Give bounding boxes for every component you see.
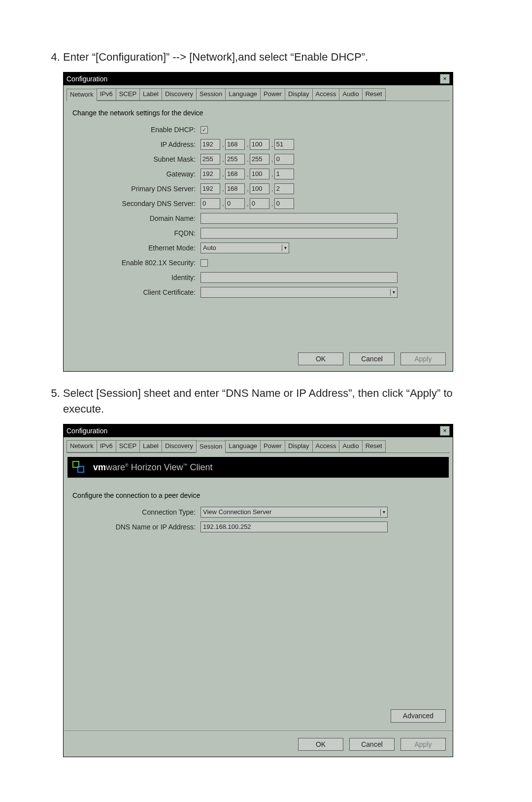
ip-octet-3[interactable]: 100 — [250, 139, 269, 150]
advanced-button[interactable]: Advanced — [391, 709, 446, 722]
tab-display[interactable]: Display — [285, 440, 313, 453]
vmware-banner: vmware® Horizon View™ Client — [67, 457, 449, 478]
tab-language[interactable]: Language — [225, 88, 261, 101]
apply-button[interactable]: Apply — [400, 738, 446, 751]
window-title: Configuration — [66, 424, 107, 437]
label-fqdn: FQDN: — [72, 228, 196, 238]
step-5: Select [Session] sheet and enter “DNS Na… — [63, 385, 483, 757]
subnet-octet-3[interactable]: 255 — [250, 154, 269, 165]
tab-power[interactable]: Power — [260, 88, 285, 101]
ip-octet-1[interactable]: 192 — [200, 139, 220, 150]
tab-audio[interactable]: Audio — [339, 440, 362, 453]
label-subnet: Subnet Mask: — [72, 154, 196, 164]
tab-label[interactable]: Label — [139, 440, 162, 453]
tabs-row: Network IPv6 SCEP Label Discovery Sessio… — [66, 88, 450, 101]
tab-power[interactable]: Power — [260, 440, 285, 453]
tab-discovery[interactable]: Discovery — [162, 88, 197, 101]
label-ip-address: IP Address: — [72, 139, 196, 149]
gw-octet-1[interactable]: 192 — [200, 169, 220, 180]
tab-discovery[interactable]: Discovery — [162, 440, 197, 453]
sdns-octet-4[interactable]: 0 — [274, 198, 294, 209]
label-ethernet-mode: Ethernet Mode: — [72, 243, 196, 253]
tab-ipv6[interactable]: IPv6 — [97, 88, 116, 101]
step-4-text: Enter “[Configuration]” --> [Network],an… — [63, 51, 368, 63]
tab-reset[interactable]: Reset — [362, 88, 386, 101]
chevron-down-icon: ▾ — [390, 289, 395, 296]
tab-scep[interactable]: SCEP — [116, 440, 140, 453]
input-fqdn[interactable] — [200, 228, 398, 239]
ok-button[interactable]: OK — [298, 352, 343, 365]
select-client-cert[interactable]: ▾ — [200, 287, 398, 298]
ip-octet-2[interactable]: 168 — [225, 139, 245, 150]
tab-language[interactable]: Language — [225, 440, 261, 453]
apply-button[interactable]: Apply — [400, 352, 446, 365]
tab-session[interactable]: Session — [196, 88, 226, 101]
tab-network[interactable]: Network — [66, 89, 97, 101]
input-identity[interactable] — [200, 272, 398, 283]
select-ethernet-mode[interactable]: Auto ▾ — [200, 243, 289, 253]
tab-label[interactable]: Label — [139, 88, 162, 101]
tab-network[interactable]: Network — [66, 440, 97, 453]
select-connection-type[interactable]: View Connection Server ▾ — [200, 507, 388, 518]
pdns-octet-4[interactable]: 2 — [274, 183, 294, 195]
config-window-session: Configuration × Network IPv6 SCEP Label … — [63, 424, 453, 757]
label-enable-dhcp: Enable DHCP: — [72, 125, 196, 135]
config-window-network: Configuration × Network IPv6 SCEP Label … — [63, 72, 453, 372]
tab-scep[interactable]: SCEP — [116, 88, 140, 101]
select-ethernet-value: Auto — [203, 244, 216, 253]
label-primary-dns: Primary DNS Server: — [72, 184, 196, 194]
input-domain-name[interactable] — [200, 213, 398, 224]
step-5-text: Select [Session] sheet and enter “DNS Na… — [63, 387, 453, 415]
pdns-octet-3[interactable]: 100 — [250, 183, 269, 195]
tab-ipv6[interactable]: IPv6 — [97, 440, 116, 453]
ok-button[interactable]: OK — [298, 738, 343, 751]
chevron-down-icon: ▾ — [380, 509, 385, 516]
pdns-octet-2[interactable]: 168 — [225, 183, 245, 195]
section-label: Change the network settings for the devi… — [72, 108, 444, 118]
select-connection-value: View Connection Server — [203, 508, 271, 517]
tab-audio[interactable]: Audio — [339, 88, 362, 101]
cancel-button[interactable]: Cancel — [349, 352, 395, 365]
input-dns-name[interactable]: 192.168.100.252 — [200, 522, 388, 532]
close-icon[interactable]: × — [440, 426, 450, 436]
sdns-octet-2[interactable]: 0 — [225, 198, 245, 209]
label-connection-type: Connection Type: — [72, 507, 196, 517]
label-gateway: Gateway: — [72, 169, 196, 179]
pdns-octet-1[interactable]: 192 — [200, 183, 220, 195]
subnet-octet-1[interactable]: 255 — [200, 154, 220, 165]
label-domain-name: Domain Name: — [72, 213, 196, 223]
subnet-octet-4[interactable]: 0 — [274, 154, 294, 165]
checkbox-8021x[interactable] — [200, 259, 208, 267]
tab-reset[interactable]: Reset — [362, 440, 386, 453]
checkbox-enable-dhcp[interactable]: ✓ — [200, 126, 208, 134]
label-8021x: Enable 802.1X Security: — [72, 258, 196, 268]
chevron-down-icon: ▾ — [282, 244, 287, 252]
step-4: Enter “[Configuration]” --> [Network],an… — [63, 49, 483, 372]
section-label: Configure the connection to a peer devic… — [72, 490, 444, 500]
ip-octet-4[interactable]: 51 — [274, 139, 294, 150]
titlebar: Configuration × — [64, 424, 453, 437]
gw-octet-3[interactable]: 100 — [250, 169, 269, 180]
gw-octet-4[interactable]: 1 — [274, 169, 294, 180]
tab-display[interactable]: Display — [285, 88, 313, 101]
label-secondary-dns: Secondary DNS Server: — [72, 199, 196, 209]
sdns-octet-1[interactable]: 0 — [200, 198, 220, 209]
gw-octet-2[interactable]: 168 — [225, 169, 245, 180]
vmware-text: vmware® Horizon View™ Client — [93, 461, 212, 474]
sdns-octet-3[interactable]: 0 — [250, 198, 269, 209]
titlebar: Configuration × — [64, 72, 453, 85]
tab-session[interactable]: Session — [196, 441, 226, 453]
window-title: Configuration — [66, 72, 107, 85]
close-icon[interactable]: × — [440, 74, 450, 84]
cancel-button[interactable]: Cancel — [349, 738, 395, 751]
label-client-cert: Client Certificate: — [72, 287, 196, 297]
subnet-octet-2[interactable]: 255 — [225, 154, 245, 165]
tabs-row: Network IPv6 SCEP Label Discovery Sessio… — [66, 440, 450, 453]
tab-access[interactable]: Access — [312, 88, 340, 101]
tab-access[interactable]: Access — [312, 440, 340, 453]
label-identity: Identity: — [72, 273, 196, 282]
vmware-icon — [72, 461, 87, 474]
label-dns-name: DNS Name or IP Address: — [72, 522, 196, 532]
